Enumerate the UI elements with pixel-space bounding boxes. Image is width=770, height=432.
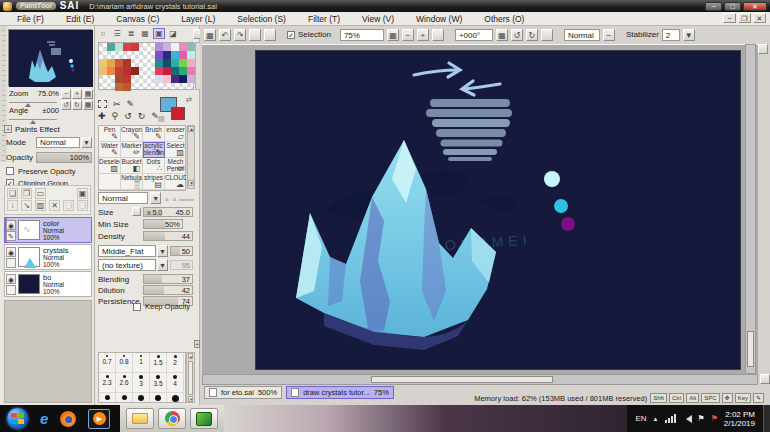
new-folder-icon[interactable]: ▭: [35, 188, 46, 199]
zoom-in-button[interactable]: +: [72, 89, 82, 99]
delete-layer-icon[interactable]: ✕: [49, 200, 60, 211]
stabilizer-field[interactable]: 2: [662, 29, 680, 41]
zoom-reset-button[interactable]: ▦: [83, 89, 93, 99]
layer-paint-icon[interactable]: [6, 285, 16, 295]
chevron-down-icon[interactable]: ▼: [150, 192, 161, 204]
redo-button[interactable]: ↷: [234, 29, 246, 41]
color-wheel-icon[interactable]: ○: [97, 28, 109, 39]
rgb-slider-icon[interactable]: ☰: [111, 28, 123, 39]
move-tool-icon[interactable]: ✚: [98, 111, 106, 121]
color-swatch[interactable]: [123, 51, 131, 59]
color-swatch[interactable]: [147, 83, 155, 91]
new-layer-icon[interactable]: ❏: [7, 188, 18, 199]
color-swatch[interactable]: [139, 43, 147, 51]
navigator-preview[interactable]: [8, 29, 92, 86]
hsv-slider-icon[interactable]: ≣: [125, 28, 137, 39]
tool-grid-scrollbar[interactable]: ▲▼: [187, 125, 195, 189]
tool-cell[interactable]: stripes ▤: [143, 174, 165, 190]
color-swatch[interactable]: [139, 67, 147, 75]
layer-paint-icon[interactable]: ✎: [6, 231, 16, 241]
swap-colors-icon[interactable]: ⇄: [186, 96, 192, 104]
color-swatch[interactable]: [131, 43, 139, 51]
size-preset[interactable]: 2.3: [99, 373, 116, 393]
color-swatch[interactable]: [171, 75, 179, 83]
size-preset[interactable]: 8: [150, 393, 167, 403]
color-swatch[interactable]: [187, 75, 195, 83]
clear-layer-icon[interactable]: ▨: [35, 200, 46, 211]
keep-opacity-checkbox[interactable]: [133, 303, 141, 311]
color-swatch[interactable]: [123, 83, 131, 91]
checkbox[interactable]: [6, 167, 14, 175]
layer-mode-select[interactable]: Normal: [36, 137, 80, 148]
document-tab-active[interactable]: draw crystals tutor... 75%: [286, 386, 394, 399]
size-preset[interactable]: 9: [167, 393, 184, 403]
color-swatch[interactable]: [155, 51, 163, 59]
selection-checkbox[interactable]: ✓: [287, 31, 295, 39]
color-swatch[interactable]: [187, 51, 195, 59]
color-swatch[interactable]: [155, 59, 163, 67]
color-swatch[interactable]: [147, 75, 155, 83]
color-swatch[interactable]: [147, 59, 155, 67]
mdi-minimize-button[interactable]: −: [723, 13, 736, 23]
color-swatch[interactable]: [139, 59, 147, 67]
rotate-cw-button[interactable]: ↻: [72, 100, 82, 110]
color-swatch[interactable]: [179, 75, 187, 83]
rotate-reset-button[interactable]: ▦: [83, 100, 93, 110]
color-swatch[interactable]: [187, 43, 195, 51]
brush-edge-shape-icons[interactable]: ▲▲▬▬: [163, 195, 195, 202]
size-preset[interactable]: 1.5: [150, 353, 167, 373]
show-desktop-button[interactable]: [763, 405, 770, 432]
rotate-ccw-button[interactable]: ↺: [511, 29, 523, 41]
tool-cell[interactable]: Pen ✎: [99, 126, 121, 142]
size-preset[interactable]: 6: [116, 393, 133, 403]
color-swatch[interactable]: [107, 59, 115, 67]
language-indicator[interactable]: EN: [635, 414, 646, 423]
color-swatch[interactable]: [163, 51, 171, 59]
image-app-button[interactable]: [190, 408, 218, 429]
menu-item[interactable]: Others (O): [473, 14, 535, 24]
brush-mode-select[interactable]: Normal: [98, 192, 148, 204]
taskbar-clock[interactable]: 2:02 PM 2/1/2019: [724, 410, 755, 428]
canvas-scroll-zone[interactable]: MINGYONGMEI: [202, 44, 758, 374]
horizontal-scrollbar[interactable]: [202, 374, 758, 385]
menu-item[interactable]: Window (W): [405, 14, 473, 24]
vertical-scrollbar[interactable]: [745, 44, 756, 374]
keep-opacity-row[interactable]: Keep Opacity: [133, 302, 190, 311]
menu-item[interactable]: Canvas (C): [105, 14, 170, 24]
color-swatch[interactable]: [171, 43, 179, 51]
color-swatch[interactable]: [179, 67, 187, 75]
tool-cell[interactable]: Deselect ▨: [99, 158, 121, 174]
size-preset[interactable]: 3: [133, 373, 150, 393]
lasso-icon[interactable]: ✂: [113, 99, 121, 109]
canvas-zoom-field[interactable]: 75%: [340, 29, 384, 41]
size-unit-button[interactable]: [132, 207, 141, 216]
color-swatch[interactable]: [99, 67, 107, 75]
shape-hardness-slider[interactable]: 50: [170, 246, 193, 256]
tool-cell[interactable]: Select ▨: [165, 142, 187, 158]
merge-down-icon[interactable]: ↘: [21, 200, 32, 211]
color-swatch[interactable]: [155, 75, 163, 83]
color-swatch[interactable]: [123, 67, 131, 75]
rotate-ccw-button[interactable]: ↺: [61, 100, 71, 110]
color-swatch[interactable]: [155, 83, 163, 91]
v-scroll-thumb[interactable]: [747, 331, 754, 367]
color-swatch[interactable]: [163, 43, 171, 51]
color-swatch[interactable]: [107, 83, 115, 91]
scratchpad-icon[interactable]: ▣: [153, 28, 165, 39]
layer-visibility-icon[interactable]: ◉: [6, 220, 16, 230]
size-preset[interactable]: 0.8: [116, 353, 133, 373]
maximize-button[interactable]: □: [724, 2, 741, 11]
explorer-window-button[interactable]: [126, 408, 154, 429]
swatches-icon[interactable]: ▦: [139, 28, 151, 39]
color-swatch[interactable]: [155, 43, 163, 51]
tool-cell[interactable]: acrylic blending ✎: [143, 142, 165, 158]
undo-button[interactable]: ↶: [219, 29, 231, 41]
color-swatch[interactable]: [163, 67, 171, 75]
zoom-fit-button[interactable]: ▦: [387, 29, 399, 41]
color-swatch[interactable]: [99, 43, 107, 51]
color-swatch[interactable]: [131, 83, 139, 91]
size-preset[interactable]: 2.6: [116, 373, 133, 393]
color-swatch-palette[interactable]: [98, 42, 194, 90]
media-player-icon[interactable]: ▶: [88, 409, 110, 429]
mdi-close-button[interactable]: ✕: [753, 13, 766, 23]
